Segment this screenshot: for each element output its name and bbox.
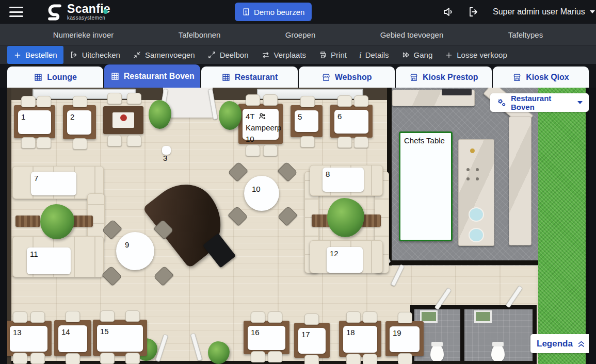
fast-forward-icon (401, 51, 410, 59)
gang-button[interactable]: Gang (395, 46, 439, 64)
volume-icon[interactable] (443, 6, 455, 18)
people-icon (258, 112, 267, 121)
chair (66, 353, 80, 364)
demo-beurzen-button[interactable]: Demo beurzen (235, 3, 312, 21)
table-label: 1 (21, 112, 25, 121)
chevron-down-icon (577, 101, 583, 104)
deelbon-button[interactable]: Deelbon (201, 46, 255, 64)
table-chefs-table[interactable]: Chefs Table (399, 131, 453, 241)
tab-kiosk-qiox[interactable]: Kiosk Qiox (493, 67, 589, 88)
chair (398, 312, 412, 323)
table-11[interactable]: 11 (27, 247, 71, 274)
chair (21, 96, 36, 107)
demo-beurzen-label: Demo beurzen (254, 8, 304, 16)
wall (410, 305, 537, 309)
table-15[interactable]: 15 (97, 325, 143, 352)
losse-verkoop-button[interactable]: Losse verkoop (439, 46, 513, 64)
menu-item-tafelbonnen[interactable]: Tafelbonnen (179, 30, 221, 39)
chair (251, 311, 265, 323)
bathroom-art (474, 310, 492, 323)
table-10[interactable] (244, 176, 279, 211)
tab-restaurant[interactable]: Restaurant (201, 67, 297, 88)
table-9[interactable] (116, 232, 154, 270)
table-3-label: 3 (163, 154, 167, 162)
kitchen-sink (469, 228, 484, 242)
area-selector-button[interactable]: Restaurant Boven (490, 93, 589, 112)
chair (263, 145, 278, 156)
toolbar: Bestellen Uitchecken Samenvoegen Deelbon… (0, 45, 596, 64)
table-6[interactable]: 6 (334, 110, 368, 134)
table-14[interactable]: 14 (58, 325, 87, 352)
topbar: Scanfie kassasystemen Demo beurzen Super… (0, 0, 596, 24)
table-8[interactable]: 8 (323, 168, 364, 192)
storefront-icon (409, 73, 418, 82)
details-button[interactable]: i Details (353, 46, 395, 64)
table-label: 13 (13, 328, 22, 337)
chair (337, 137, 352, 148)
storefront-icon (512, 73, 522, 82)
hamburger-menu-icon[interactable] (9, 7, 23, 17)
tab-webshop[interactable]: Webshop (299, 67, 395, 88)
table-label: 2 (70, 112, 74, 121)
printer-icon (318, 51, 327, 59)
chair (30, 311, 45, 323)
menu-item-gebied-toevoegen[interactable]: Gebied toevoegen (380, 30, 444, 39)
chair (37, 137, 51, 148)
menu-item-tafeltypes[interactable]: Tafeltypes (508, 30, 543, 39)
tab-kiosk-prestop[interactable]: Kiosk Prestop (396, 67, 492, 88)
chair (107, 135, 122, 146)
legend-button[interactable]: Legenda (530, 334, 589, 353)
toilet (430, 344, 444, 362)
table-label: 7 (34, 174, 38, 183)
print-button[interactable]: Print (312, 46, 353, 64)
stove-knob (476, 168, 479, 171)
table-label: 14 (61, 327, 70, 336)
tab-lounge[interactable]: Lounge (7, 67, 103, 88)
table-7[interactable]: 7 (31, 172, 76, 195)
plus-icon (445, 51, 453, 59)
user-menu[interactable]: Super admin user Marius (493, 0, 595, 24)
menu-item-numerieke-invoer[interactable]: Numerieke invoer (53, 30, 114, 39)
samenvoegen-button[interactable]: Samenvoegen (126, 46, 201, 64)
table-label: Chefs Table (404, 136, 445, 145)
uitchecken-button[interactable]: Uitchecken (63, 46, 126, 64)
table-1[interactable]: 1 (18, 110, 51, 134)
chair (346, 354, 361, 364)
table-label: 19 (393, 328, 401, 337)
area-selector-label: Restaurant Boven (511, 94, 573, 111)
storefront-icon (321, 73, 331, 82)
chair (246, 145, 260, 156)
chair (125, 353, 140, 364)
table-17[interactable]: 17 (298, 328, 326, 354)
gears-icon (496, 97, 507, 108)
chair (37, 96, 51, 107)
table-16[interactable]: 16 (248, 326, 285, 350)
building-icon (242, 8, 250, 16)
table-label: 12 (330, 249, 339, 258)
stove-knob (476, 177, 479, 180)
table-4[interactable]: 4T Kampeerp 10 (243, 109, 279, 140)
verplaats-button[interactable]: Verplaats (255, 46, 313, 64)
menu-item-groepen[interactable]: Groepen (285, 30, 315, 39)
table-2[interactable]: 2 (67, 110, 91, 135)
kitchen-sink (469, 207, 484, 222)
table-13[interactable]: 13 (10, 326, 47, 352)
tab-restaurant-boven[interactable]: Restaurant Boven (104, 64, 200, 88)
chair (13, 311, 27, 323)
chair (263, 94, 278, 106)
chair (125, 310, 140, 322)
scanfie-logo-icon (45, 3, 64, 21)
bestellen-button[interactable]: Bestellen (7, 46, 63, 64)
chevron-double-up-icon (576, 339, 586, 349)
grid-icon (34, 73, 43, 82)
table-19[interactable]: 19 (390, 326, 420, 352)
logout-icon[interactable] (468, 6, 480, 18)
chair (268, 351, 282, 362)
flower-vase (120, 114, 127, 121)
table-18[interactable]: 18 (343, 326, 377, 353)
table-label: 5 (298, 112, 302, 121)
table-12[interactable]: 12 (327, 247, 363, 273)
table-5[interactable]: 5 (295, 110, 318, 132)
table-label: 8 (326, 170, 330, 178)
floorplan-canvas[interactable]: Chefs Table (7, 88, 589, 364)
